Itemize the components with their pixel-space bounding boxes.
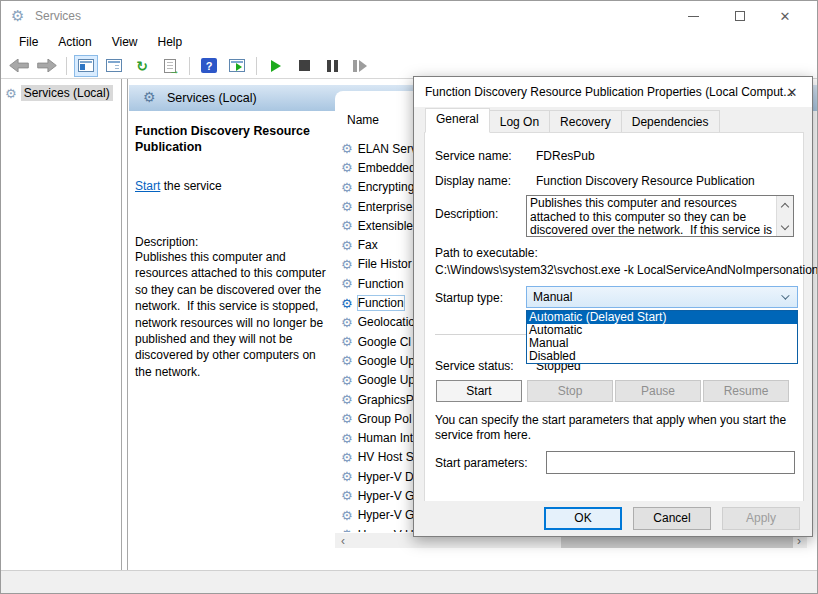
service-gear-icon: ⚙ [341, 200, 353, 213]
start-parameters-input[interactable] [546, 451, 795, 474]
tab-dependencies[interactable]: Dependencies [621, 110, 720, 133]
toolbar-separator [256, 57, 257, 75]
service-gear-icon: ⚙ [341, 258, 353, 271]
show-console-tree-button[interactable] [74, 55, 98, 77]
service-gear-icon: ⚙ [341, 451, 353, 464]
action-pane-icon [229, 59, 245, 72]
help-button[interactable]: ? [197, 55, 221, 77]
services-gear-icon: ⚙ [5, 86, 17, 101]
service-status-row: Service status: Stopped [435, 359, 514, 373]
column-header-name[interactable]: Name [347, 113, 379, 127]
startup-type-row: Startup type: [435, 291, 503, 305]
display-name-row: Display name: Function Discovery Resourc… [435, 174, 511, 188]
refresh-button[interactable]: ↻ [130, 55, 154, 77]
service-gear-icon: ⚙ [341, 219, 353, 232]
stop-service-icon [299, 60, 310, 71]
start-parameters-hint: You can specify the start parameters tha… [435, 413, 797, 442]
pause-service-button[interactable] [320, 55, 344, 77]
start-service-button[interactable] [264, 55, 288, 77]
maximize-button[interactable] [718, 1, 762, 31]
stop-button[interactable]: Stop [527, 380, 613, 402]
dropdown-option-automatic-delayed[interactable]: Automatic (Delayed Start) [527, 311, 797, 324]
start-button[interactable]: Start [436, 380, 522, 402]
service-gear-icon: ⚙ [341, 489, 353, 502]
menu-action[interactable]: Action [48, 32, 101, 52]
export-list-button[interactable]: → [158, 55, 182, 77]
service-gear-icon: ⚙ [341, 181, 353, 194]
menu-help[interactable]: Help [148, 32, 193, 52]
general-tab-page: Service name: FDResPub Display name: Fun… [424, 132, 804, 503]
menubar: File Action View Help [1, 31, 817, 53]
scroll-down-button[interactable] [777, 219, 793, 236]
window-title: Services [35, 9, 81, 23]
service-gear-icon: ⚙ [341, 277, 353, 290]
properties-button[interactable] [102, 55, 126, 77]
description-box[interactable]: Publishes this computer and resources at… [526, 195, 794, 237]
startup-type-select[interactable]: Manual [526, 286, 798, 308]
console-tree-icon [78, 59, 94, 72]
description-text: Publishes this computer and resources at… [135, 249, 331, 380]
help-icon: ? [201, 58, 217, 73]
scroll-up-button[interactable] [777, 196, 793, 213]
window-titlebar: ⚙ Services ✕ [1, 1, 817, 31]
toolbar-separator [189, 57, 190, 75]
pause-service-icon [327, 60, 338, 72]
startup-type-value: Manual [533, 290, 572, 304]
startup-type-label: Startup type: [435, 291, 503, 305]
service-name-value: FDResPub [536, 149, 595, 163]
service-gear-icon: ⚙ [341, 297, 353, 310]
ok-button[interactable]: OK [544, 507, 622, 530]
path-label: Path to executable: [435, 246, 538, 260]
close-button[interactable]: ✕ [763, 1, 807, 31]
dialog-close-button[interactable]: ✕ [772, 77, 812, 107]
scroll-left-button[interactable]: ‹ [335, 533, 351, 548]
stop-service-button[interactable] [292, 55, 316, 77]
restart-service-button[interactable] [348, 55, 372, 77]
pause-button[interactable]: Pause [615, 380, 701, 402]
menu-file[interactable]: File [9, 32, 48, 52]
start-parameters-label: Start parameters: [435, 456, 528, 470]
start-service-link[interactable]: Start [135, 179, 160, 193]
menu-view[interactable]: View [102, 32, 148, 52]
show-action-pane-button[interactable] [225, 55, 249, 77]
tab-recovery[interactable]: Recovery [549, 110, 622, 133]
service-gear-icon: ⚙ [341, 142, 353, 155]
dropdown-option-automatic[interactable]: Automatic [527, 324, 797, 337]
services-window: ⚙ Services ✕ File Action View Help ↻ → [0, 0, 818, 594]
apply-button[interactable]: Apply [722, 507, 800, 530]
description-label-row: Description: [435, 207, 498, 221]
start-service-icon [271, 60, 281, 72]
extended-pane: Function Discovery Resource Publication … [135, 123, 333, 380]
properties-dialog: Function Discovery Resource Publication … [413, 76, 813, 537]
minimize-button[interactable] [671, 1, 715, 31]
start-parameters-row: Start parameters: [435, 456, 528, 470]
dialog-close-icon: ✕ [787, 85, 798, 100]
service-gear-icon: ⚙ [341, 432, 353, 445]
dialog-tabs: General Log On Recovery Dependencies [425, 110, 719, 133]
refresh-icon: ↻ [136, 59, 148, 73]
description-box-text: Publishes this computer and resources at… [527, 196, 776, 236]
dropdown-option-manual[interactable]: Manual [527, 337, 797, 350]
service-gear-icon: ⚙ [341, 354, 353, 367]
dialog-title: Function Discovery Resource Publication … [425, 85, 793, 99]
forward-button[interactable] [35, 55, 59, 77]
restart-service-icon [353, 60, 367, 72]
display-name-label: Display name: [435, 174, 511, 188]
selected-service-title: Function Discovery Resource Publication [135, 123, 320, 155]
resume-button[interactable]: Resume [703, 380, 789, 402]
service-gear-icon: ⚙ [341, 470, 353, 483]
tab-general[interactable]: General [425, 108, 490, 133]
service-name-label: Service name: [435, 149, 512, 163]
cancel-button[interactable]: Cancel [633, 507, 711, 530]
export-list-icon: → [164, 59, 176, 73]
service-gear-icon: ⚙ [341, 374, 353, 387]
chevron-down-icon [781, 291, 789, 299]
service-gear-icon: ⚙ [341, 335, 353, 348]
dropdown-option-disabled[interactable]: Disabled [527, 350, 797, 363]
start-service-line: Start the service [135, 179, 333, 193]
service-gear-icon: ⚙ [341, 393, 353, 406]
back-button[interactable] [7, 55, 31, 77]
service-gear-icon: ⚙ [341, 528, 353, 532]
tree-item-services-local[interactable]: ⚙ Services (Local) [5, 85, 121, 101]
tab-log-on[interactable]: Log On [489, 110, 550, 133]
